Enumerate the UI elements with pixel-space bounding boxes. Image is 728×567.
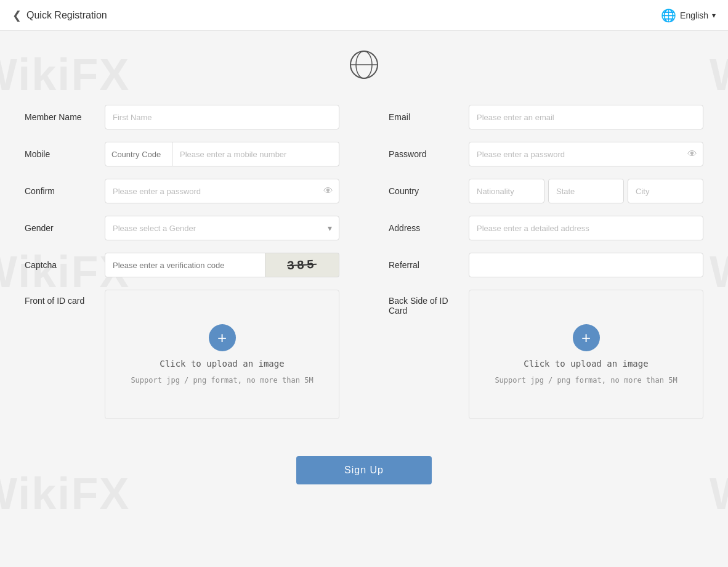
nationality-input[interactable] <box>469 179 544 203</box>
email-input[interactable] <box>469 105 703 129</box>
confirm-password-input[interactable] <box>105 179 339 203</box>
mobile-label: Mobile <box>25 149 105 159</box>
captcha-image[interactable]: 385 <box>265 253 339 277</box>
captcha-row: Captcha 385 <box>25 253 339 277</box>
address-label: Address <box>389 223 469 233</box>
address-row: Address <box>389 216 703 240</box>
referral-input[interactable] <box>469 253 703 277</box>
back-arrow-icon: ❮ <box>12 9 22 22</box>
email-label: Email <box>389 112 469 122</box>
signup-container: Sign Up <box>25 456 703 484</box>
back-nav[interactable]: ❮ Quick Registration <box>12 9 107 22</box>
back-id-upload-plus-icon: + <box>573 324 600 351</box>
country-code-input[interactable] <box>105 142 172 166</box>
password-eye-icon[interactable]: 👁 <box>687 149 697 160</box>
back-id-label: Back Side of ID Card <box>389 290 469 316</box>
confirm-eye-icon[interactable]: 👁 <box>323 186 333 197</box>
gender-select-wrap: Please select a Gender Male Female Other… <box>105 216 339 240</box>
front-id-upload-support-text: Support jpg / png format, no more than 5… <box>131 376 313 385</box>
country-label: Country <box>389 186 469 196</box>
right-column: Email Password 👁 Country <box>389 105 703 431</box>
language-chevron-icon: ▾ <box>712 11 716 20</box>
front-id-upload-plus-icon: + <box>209 324 236 351</box>
confirm-input-wrap: 👁 <box>105 179 339 203</box>
left-column: Member Name Mobile Confirm 👁 <box>25 105 339 431</box>
member-name-input-wrap <box>105 105 339 129</box>
referral-row: Referral <box>389 253 703 277</box>
password-row: Password 👁 <box>389 142 703 166</box>
address-input[interactable] <box>469 216 703 240</box>
back-id-upload-click-text: Click to upload an image <box>524 359 648 369</box>
captcha-display: 385 <box>287 257 317 272</box>
gender-row: Gender Please select a Gender Male Femal… <box>25 216 339 240</box>
signup-button[interactable]: Sign Up <box>296 456 432 484</box>
captcha-input[interactable] <box>105 253 265 277</box>
front-id-upload[interactable]: + Click to upload an image Support jpg /… <box>105 290 339 419</box>
member-name-input[interactable] <box>105 105 339 129</box>
registration-form: Member Name Mobile Confirm 👁 <box>25 105 703 431</box>
referral-input-wrap <box>469 253 703 277</box>
language-selector[interactable]: 🌐 English ▾ <box>661 8 716 23</box>
brand-logo <box>349 49 379 80</box>
password-label: Password <box>389 149 469 159</box>
referral-label: Referral <box>389 260 469 270</box>
main-content: Member Name Mobile Confirm 👁 <box>0 31 728 521</box>
back-id-upload[interactable]: + Click to upload an image Support jpg /… <box>469 290 703 419</box>
page-title: Quick Registration <box>26 10 107 21</box>
front-id-label: Front of ID card <box>25 290 105 306</box>
country-inputs <box>469 179 703 203</box>
globe-icon: 🌐 <box>661 8 676 23</box>
mobile-inputs <box>105 142 339 166</box>
password-input[interactable] <box>469 142 703 166</box>
back-id-row: Back Side of ID Card + Click to upload a… <box>389 290 703 419</box>
address-input-wrap <box>469 216 703 240</box>
confirm-password-row: Confirm 👁 <box>25 179 339 203</box>
captcha-label: Captcha <box>25 260 105 270</box>
back-id-upload-support-text: Support jpg / png format, no more than 5… <box>495 376 677 385</box>
password-input-wrap: 👁 <box>469 142 703 166</box>
state-input[interactable] <box>548 179 624 203</box>
captcha-wrap: 385 <box>105 253 339 277</box>
confirm-label: Confirm <box>25 186 105 196</box>
country-row: Country <box>389 179 703 203</box>
member-name-label: Member Name <box>25 112 105 122</box>
language-label: English <box>680 10 708 20</box>
email-row: Email <box>389 105 703 129</box>
header: ❮ Quick Registration 🌐 English ▾ <box>0 0 728 31</box>
gender-select[interactable]: Please select a Gender Male Female Other <box>105 216 339 240</box>
logo-container <box>25 49 703 80</box>
city-input[interactable] <box>628 179 703 203</box>
front-id-row: Front of ID card + Click to upload an im… <box>25 290 339 419</box>
gender-label: Gender <box>25 223 105 233</box>
front-id-upload-click-text: Click to upload an image <box>160 359 284 369</box>
mobile-number-input[interactable] <box>172 142 339 166</box>
mobile-row: Mobile <box>25 142 339 166</box>
member-name-row: Member Name <box>25 105 339 129</box>
email-input-wrap <box>469 105 703 129</box>
